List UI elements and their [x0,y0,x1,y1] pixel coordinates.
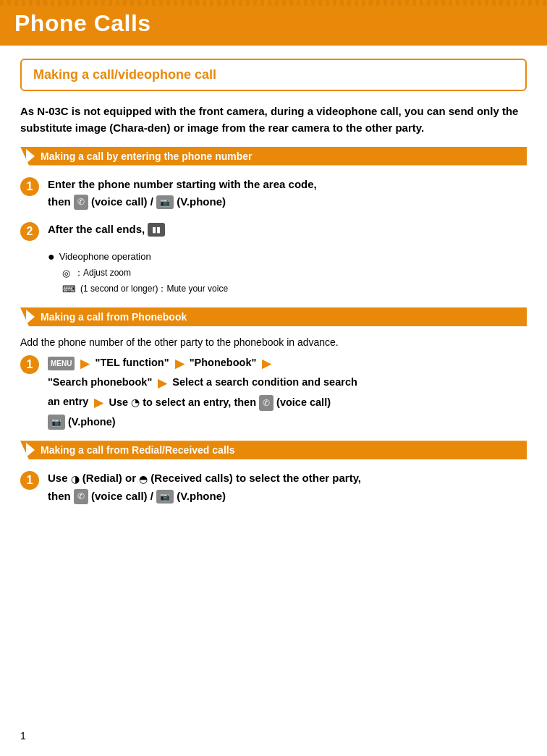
step-2-enter: 2 After the call ends, ▮▮ [20,221,527,241]
page-number: 1 [20,730,26,742]
step-number-redial-1: 1 [20,471,39,490]
redial-text: Use ◑ (Redial) or ◓ (Received calls) to … [48,472,361,501]
step-1-text: Enter the phone number starting with the… [48,178,317,208]
vphone-text: (V.phone) [68,416,116,428]
camera-icon-3: 📷 [156,490,174,504]
step-phonebook-content: MENU ▶ "TEL function" ▶ "Phonebook" ▶ "S… [48,354,527,430]
call-icon: ✆ [74,195,88,210]
arrow-4: ▶ [158,373,166,393]
sub-bullet-mute-text: (1 second or longer)：Mute your voice [80,282,228,296]
nav-icon: ◔ [131,394,140,412]
step-1-enter: 1 Enter the phone number starting with t… [20,176,527,211]
phonebook-tel-text: "TEL function" [96,357,172,369]
arrow-1: ▶ [80,354,89,373]
end-call-icon: ▮▮ [148,223,165,237]
arrow-3: ▶ [262,354,271,373]
step-2-content: After the call ends, ▮▮ [48,221,527,238]
page-header: Phone Calls [0,0,547,46]
use-nav-text: Use ◔ to select an entry, then ✆ (voice … [109,396,331,408]
select-condition-text: Select a search condition and search [172,377,357,388]
received-icon: ◓ [139,471,148,487]
header-decoration [0,0,547,6]
main-section-box: Making a call/videophone call [20,59,527,91]
page-title: Phone Calls [14,10,151,37]
sub-bullets: ◎ ：Adjust zoom ⌨ (1 second or longer)：Mu… [62,266,527,298]
search-phonebook-text: "Search phonebook" [48,377,155,388]
section-heading-redial: Making a call from Redial/Received calls [20,441,527,459]
call-icon-3: ✆ [74,489,88,504]
camera-icon: 📷 [156,195,174,210]
phonebook-text: "Phonebook" [190,357,260,369]
step-number-1: 1 [20,177,39,196]
main-section-title: Making a call/videophone call [33,67,216,82]
bullet-item-videophone: ● Videophone operation [48,251,527,263]
redial-icon: ◑ [71,471,80,487]
step-number-phonebook-1: 1 [20,355,39,374]
step-1-redial: 1 Use ◑ (Redial) or ◓ (Received calls) t… [20,470,527,504]
call-icon-2: ✆ [259,395,274,411]
advance-note: Add the phone number of the other party … [20,336,527,348]
step-number-2: 2 [20,222,39,241]
intro-text: As N-03C is not equipped with the front … [20,103,527,137]
bullet-videophone-label: Videophone operation [59,251,151,262]
menu-icon: MENU [48,357,75,370]
arrow-5: ▶ [94,393,103,412]
main-content: Making a call/videophone call As N-03C i… [0,46,547,530]
section-heading-phonebook: Making a call from Phonebook [20,307,527,326]
camera-icon-2: 📷 [48,415,65,430]
step-redial-content: Use ◑ (Redial) or ◓ (Received calls) to … [48,470,527,504]
zoom-icon: ◎ [62,266,70,281]
step-2-bullets: ● Videophone operation ◎ ：Adjust zoom ⌨ … [48,251,527,298]
section-heading-enter-number: Making a call by entering the phone numb… [20,147,527,166]
step-2-text: After the call ends, ▮▮ [48,223,165,235]
sub-bullet-mute: ⌨ (1 second or longer)：Mute your voice [62,282,527,297]
sub-bullet-zoom: ◎ ：Adjust zoom [62,266,527,281]
an-entry-text: an entry [48,396,91,408]
arrow-2: ▶ [175,354,184,373]
sub-bullet-zoom-text: ：Adjust zoom [75,266,131,280]
step-1-phonebook: 1 MENU ▶ "TEL function" ▶ "Phonebook" ▶ … [20,354,527,430]
step-1-content: Enter the phone number starting with the… [48,176,527,211]
mute-icon: ⌨ [62,282,76,297]
